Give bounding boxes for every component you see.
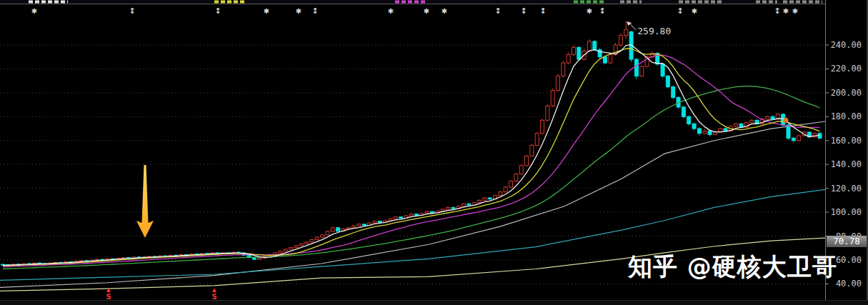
candle-body (577, 47, 581, 59)
candle-body (279, 251, 282, 253)
candle-body (687, 116, 691, 124)
candle-body (750, 120, 754, 122)
candle-body (708, 131, 712, 134)
event-arrows-icon: ↕ (311, 6, 318, 16)
candle-body (321, 235, 324, 237)
event-arrows-icon: ↕ (539, 6, 546, 16)
candle-body (551, 91, 554, 106)
candle-body (734, 124, 738, 126)
event-arrows-icon: ↕ (774, 6, 780, 16)
candle-body (509, 181, 513, 187)
candle-body (284, 249, 287, 251)
candle-body (258, 258, 261, 259)
axis-price-label: 180.00 (831, 111, 862, 121)
candle-body (703, 131, 707, 133)
event-arrows-icon: ↕ (677, 6, 683, 16)
event-arrows-icon: ↕ (129, 6, 135, 16)
candle-body (289, 247, 293, 249)
bottom-panel-edge (0, 300, 868, 305)
candle-body (661, 64, 664, 76)
candle-body (766, 116, 769, 119)
candle-body (331, 228, 334, 231)
ma-line-10 (3, 49, 819, 266)
candle-body (294, 246, 298, 248)
candle-body (787, 125, 790, 138)
candle-body (299, 244, 303, 246)
candle-body (478, 200, 482, 202)
candle-body (352, 226, 356, 228)
event-star-icon: ✱ (388, 7, 394, 15)
axis-price-label: 220.00 (831, 64, 862, 74)
event-star-icon: ✱ (31, 7, 37, 15)
candle-body (713, 132, 717, 134)
candle-body (697, 129, 701, 134)
candle-body (462, 204, 466, 206)
candle-body (452, 207, 455, 209)
event-star-icon: ✱ (442, 7, 447, 15)
candle-body (593, 41, 597, 50)
ma-line-20 (3, 55, 819, 266)
axis-price-label: 40.00 (836, 279, 862, 289)
axis-price-label: 160.00 (831, 136, 862, 146)
candle-body (562, 63, 565, 76)
candle-body (672, 87, 675, 98)
candle-body (336, 228, 340, 231)
event-arrows-icon: ↕ (494, 6, 501, 16)
axis-price-label: 200.00 (831, 88, 862, 98)
candle-body (792, 138, 795, 140)
candle-body (409, 214, 413, 216)
candle-body (315, 237, 319, 239)
candle-body (431, 211, 434, 213)
candle-body (252, 258, 256, 260)
candle-body (488, 198, 492, 199)
candle-body (609, 54, 612, 63)
candle-body (310, 240, 314, 242)
candle-body (634, 59, 638, 76)
candle-body (447, 207, 450, 209)
candle-body (399, 217, 403, 219)
candle-body (567, 54, 570, 63)
candle-body (326, 231, 329, 235)
down-arrow-annotation (136, 165, 154, 238)
current-price-badge: 70.78 (827, 236, 867, 247)
candle-body (587, 41, 591, 51)
candle-body (540, 120, 544, 133)
candle-body (415, 214, 419, 216)
candle-body (394, 217, 397, 219)
event-star-icon: ✱ (296, 7, 301, 15)
candle-body (640, 66, 644, 76)
candle-body (514, 174, 518, 181)
axis-price-label: 100.00 (831, 207, 862, 217)
peak-price-label: 259.80 (637, 26, 671, 36)
candle-body (619, 36, 622, 45)
event-star-icon: ✱ (424, 7, 429, 15)
event-star-icon: ✱ (264, 7, 269, 15)
candle-body (504, 187, 507, 192)
ma-line-40 (3, 86, 819, 269)
candle-body (378, 221, 381, 223)
event-arrows-icon: ↕ (214, 6, 221, 16)
candle-body (525, 156, 529, 165)
trade-dot (784, 118, 789, 123)
candle-body (373, 221, 376, 224)
event-star-icon: ✱ (783, 7, 789, 15)
candle-body (467, 204, 471, 205)
event-arrows-icon: ↕ (520, 6, 527, 16)
candle-body (666, 76, 669, 86)
candle-body (530, 145, 534, 156)
axis-price-label: 120.00 (831, 184, 862, 194)
candle-body (797, 136, 801, 141)
candle-body (692, 124, 696, 129)
candle-body (362, 224, 366, 226)
candle-body (603, 57, 607, 63)
axis-price-label: 140.00 (831, 159, 862, 169)
candle-body (624, 29, 628, 35)
candle-body (771, 116, 774, 119)
candle-body (546, 106, 549, 120)
event-star-icon: ✱ (792, 7, 798, 15)
candle-body (121, 258, 125, 259)
candle-body (682, 107, 685, 116)
event-star-icon: ✱ (692, 7, 697, 15)
candle-body (483, 198, 487, 200)
stock-chart-screen: ✱✱✱✱✱✱✱✱✱✱↕↕↕↕↕↕↕↕↕SS259.80 240.00220.00… (0, 0, 868, 305)
